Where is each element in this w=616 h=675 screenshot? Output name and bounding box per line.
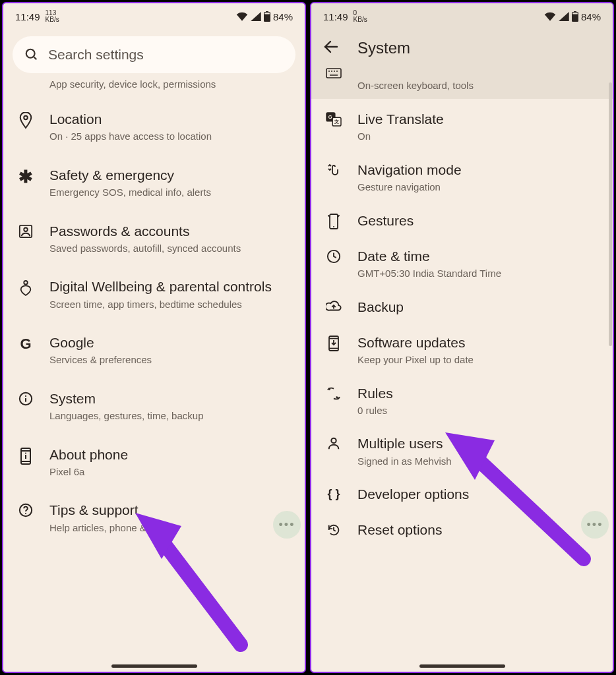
svg-line-4 [34, 57, 37, 60]
system-settings-screen: 11:49 0 KB/s 84% System On-screen keyboa… [310, 2, 614, 673]
row-google[interactable]: G Google Services & preferences [3, 322, 305, 378]
status-icons: 84% [544, 11, 601, 22]
system-update-icon [324, 334, 343, 351]
prev-item-peek[interactable] [311, 68, 613, 80]
row-rules[interactable]: Rules 0 rules [311, 376, 613, 426]
asterisk-icon: ✱ [16, 167, 35, 185]
home-indicator[interactable] [419, 664, 505, 668]
wifi-icon [544, 12, 556, 21]
svg-point-3 [26, 49, 35, 58]
svg-point-5 [24, 116, 28, 120]
row-location[interactable]: Location On · 25 apps have access to loc… [3, 99, 305, 155]
wellbeing-icon [16, 278, 35, 297]
history-icon [324, 521, 343, 537]
row-safety[interactable]: ✱ Safety & emergency Emergency SOS, medi… [3, 155, 305, 211]
floating-more-button[interactable]: ••• [273, 511, 301, 539]
row-passwords[interactable]: Passwords & accounts Saved passwords, au… [3, 211, 305, 267]
svg-point-11 [25, 396, 26, 397]
svg-text:G: G [328, 114, 332, 120]
cloud-up-icon [324, 299, 343, 312]
status-icons: 84% [236, 11, 293, 22]
row-about-phone[interactable]: About phone Pixel 6a [3, 434, 305, 490]
help-icon [16, 502, 35, 517]
status-time: 11:49 [15, 11, 40, 22]
back-button[interactable] [323, 39, 339, 57]
svg-point-16 [25, 452, 26, 454]
page-title: System [357, 39, 410, 57]
row-software-updates[interactable]: Software updates Keep your Pixel up to d… [311, 325, 613, 376]
search-icon [24, 47, 39, 62]
row-multiple-users[interactable]: Multiple users Signed in as Mehvish [311, 426, 613, 477]
svg-point-41 [336, 396, 338, 398]
cell-signal-icon [251, 12, 261, 21]
row-wellbeing[interactable]: Digital Wellbeing & parental controls Sc… [3, 266, 305, 322]
phone-device-icon [16, 446, 35, 465]
swipe-icon [324, 161, 343, 179]
svg-rect-21 [572, 13, 578, 14]
network-speed: 113 KB/s [46, 10, 59, 23]
battery-icon [572, 11, 578, 22]
search-settings-field[interactable]: Search settings [13, 36, 295, 73]
svg-text:文: 文 [334, 119, 339, 125]
system-list: G文 Live Translate On Navigation mode Ges… [311, 99, 613, 672]
svg-rect-23 [326, 69, 341, 78]
translate-icon: G文 [324, 111, 343, 127]
account-box-icon [16, 223, 35, 239]
row-date-time[interactable]: Date & time GMT+05:30 India Standard Tim… [311, 239, 613, 289]
person-icon [324, 435, 343, 451]
svg-point-18 [25, 513, 26, 514]
gestures-phone-icon [324, 212, 343, 229]
svg-rect-20 [574, 11, 576, 13]
row-gestures[interactable]: Gestures [311, 203, 613, 239]
battery-pct: 84% [581, 11, 601, 22]
status-bar: 11:49 0 KB/s 84% [311, 3, 613, 30]
svg-rect-2 [264, 13, 270, 14]
info-icon [16, 390, 35, 406]
prev-item-peek-sub: On-screen keyboard, tools [311, 80, 613, 99]
cell-signal-icon [559, 12, 569, 21]
row-live-translate[interactable]: G文 Live Translate On [311, 102, 613, 152]
settings-main-screen: 11:49 113 KB/s 84% Search settings App s… [2, 2, 306, 673]
battery-icon [264, 11, 270, 22]
search-placeholder: Search settings [48, 47, 144, 63]
svg-point-42 [331, 438, 336, 443]
svg-point-8 [24, 281, 28, 285]
braces-icon: { } [324, 486, 343, 501]
row-tips[interactable]: Tips & support Help articles, phone & ch… [3, 490, 305, 546]
status-time: 11:49 [323, 11, 348, 22]
network-speed: 0 KB/s [354, 10, 367, 23]
settings-list: Location On · 25 apps have access to loc… [3, 99, 305, 672]
location-pin-icon [16, 111, 35, 129]
rules-icon [324, 385, 343, 401]
wifi-icon [236, 12, 248, 21]
svg-point-7 [24, 227, 28, 231]
floating-more-button[interactable]: ••• [581, 511, 609, 539]
row-reset-options[interactable]: Reset options [311, 512, 613, 548]
home-indicator[interactable] [111, 664, 197, 668]
status-bar: 11:49 113 KB/s 84% [3, 3, 305, 30]
row-developer-options[interactable]: { } Developer options [311, 477, 613, 512]
svg-point-34 [333, 226, 334, 227]
clock-icon [324, 248, 343, 264]
row-system[interactable]: System Languages, gestures, time, backup [3, 378, 305, 434]
svg-rect-1 [266, 11, 268, 13]
arrow-back-icon [323, 39, 339, 55]
scrollbar-thumb[interactable] [609, 82, 612, 346]
row-backup[interactable]: Backup [311, 289, 613, 325]
svg-rect-15 [25, 455, 26, 459]
google-g-icon: G [16, 334, 35, 353]
battery-pct: 84% [273, 11, 293, 22]
row-navigation-mode[interactable]: Navigation mode Gesture navigation [311, 152, 613, 203]
system-header: System [311, 30, 613, 68]
prev-item-peek-sub: App security, device lock, permissions [3, 78, 305, 99]
keyboard-icon [324, 68, 343, 80]
